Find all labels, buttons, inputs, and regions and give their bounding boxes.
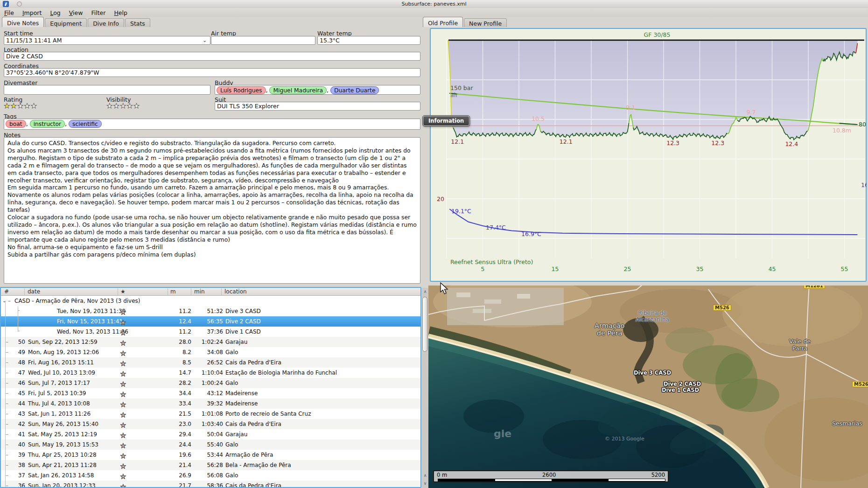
chip-duarte-duarte[interactable]: Duarte Duarte [330,86,379,94]
scroll-up2-icon[interactable]: ∧ [422,472,428,480]
dive-number: 45 [1,390,25,397]
tab-stats[interactable]: Stats [125,18,150,27]
star-icon[interactable]: ★ [120,442,126,449]
collapse-arrow-icon[interactable]: ⌄ [2,298,6,303]
scroll-up-icon[interactable]: ∧ [422,288,428,296]
star-icon[interactable]: ★ [113,102,119,110]
col-header-num[interactable]: # [4,288,9,295]
tab-equipment[interactable]: Equipment [45,18,87,27]
col-header-min[interactable]: min [194,288,205,295]
tab-old-profile[interactable]: Old Profile [423,17,463,27]
dive-row-46[interactable]: –46Sun, Jul 7, 2013 17:17★★★★★28.21:00:2… [1,378,420,388]
buddy-field[interactable]: Luís Rodrigues, Miguel Madureira, Duarte… [215,85,420,95]
visibility-stars[interactable]: ★★★★★ [106,101,140,110]
dive-row-dive-3-casd[interactable]: ├Tue, Nov 19, 2013 11:39★★★★★11.251:32Di… [1,306,420,316]
information-button[interactable]: Information [423,116,469,126]
dive-list-scrollbar[interactable]: ∧ ∧ ∨ [422,288,428,488]
menu-import[interactable]: Import [18,8,46,16]
dive-row-dive-1-casd[interactable]: └Wed, Nov 13, 2013 11:06★★★★★11.237:36Di… [1,327,420,337]
tab-dive-info[interactable]: Dive Info [88,18,124,27]
star-icon[interactable]: ★ [31,102,37,110]
notes-field[interactable]: Aula do curso CASD. Transectos c/video e… [4,137,420,284]
dive-row-47[interactable]: –47Wed, Jul 10, 2013 13:09★★★★★14.71:10:… [1,368,420,378]
chevron-down-icon[interactable]: ⌄ [203,37,207,43]
chip-scientific[interactable]: scientific [69,120,102,128]
water-temp-field[interactable] [317,36,420,45]
star-icon[interactable]: ★ [106,102,113,110]
dive-row-dive-2-casd[interactable]: ├Fri, Nov 15, 2013 11:41★★★★★12.456:35Di… [1,316,420,327]
dive-row-36[interactable]: –36Sun, Jan 20, 2013 12:33★★★★★21.758:36… [1,481,420,488]
dive-row-43[interactable]: –43Sat, Jun 1, 2013 11:26★★★★★21.51:01:0… [1,409,420,419]
star-icon[interactable]: ★ [126,102,133,110]
dive-row-41[interactable]: –41Sat, May 25, 2013 12:19★★★★★29.450:04… [1,429,420,439]
star-icon[interactable]: ★ [120,391,126,398]
dive-row-49[interactable]: –49Mon, Aug 19, 2013 12:06★★★★★8.234:08G… [1,347,420,357]
star-icon[interactable]: ★ [120,411,126,418]
dive-trip-group[interactable]: ⌄–CASD - Armação de Pêra, Nov 2013 (3 di… [1,296,420,306]
col-header-m[interactable]: m [170,288,176,295]
dive-number: 44 [1,400,25,407]
scroll-down-icon[interactable]: ∨ [422,480,428,488]
star-icon[interactable]: ★ [120,381,126,388]
dive-location-map[interactable]: 0 m 2600 5200 Armação de PêraRibeira de … [428,286,868,488]
chip-instructor[interactable]: instructor [30,120,65,128]
svg-text:20: 20 [437,195,444,202]
dive-row-38[interactable]: –38Sun, Apr 21, 2013 11:28★★★★★21.456:28… [1,460,420,470]
star-icon[interactable]: ★ [120,401,126,408]
svg-text:9.1: 9.1 [626,104,636,111]
col-header-stars[interactable]: ★ [120,288,126,295]
star-icon[interactable]: ★ [120,370,126,377]
tab-new-profile[interactable]: New Profile [464,18,507,27]
suit-field[interactable] [215,102,420,111]
star-icon[interactable]: ★ [17,102,24,110]
dive-row-39[interactable]: –39Thu, Apr 25, 2013 10:28★★★★★19.653:44… [1,450,420,460]
star-icon[interactable]: ★ [120,483,126,488]
tags-field[interactable]: boat, instructor, scientific [4,119,420,130]
coordinates-field[interactable] [4,68,420,77]
menu-filter[interactable]: Filter [87,8,110,16]
star-icon[interactable]: ★ [120,329,126,336]
star-icon[interactable]: ★ [133,102,140,110]
dive-row-40[interactable]: –40Sun, May 19, 2013 15:53★★★★★24.455:40… [1,439,420,450]
dive-row-37[interactable]: –37Sat, Jan 26, 2013 14:58★★★★★26.956:08… [1,470,420,481]
dive-row-42[interactable]: –42Sun, May 26, 2013 15:40★★★★★23.01:03:… [1,419,420,429]
star-icon[interactable]: ★ [120,473,126,480]
start-time-combo[interactable] [4,36,210,45]
dive-row-44[interactable]: –44Thu, Jul 4, 2013 10:08★★★★★33.439:32M… [1,398,420,409]
star-icon[interactable]: ★ [24,102,30,110]
dive-number: 46 [1,380,25,386]
scrollbar-thumb[interactable] [422,297,427,352]
chip-luís-rodrigues[interactable]: Luís Rodrigues [217,86,266,94]
chip-miguel-madureira[interactable]: Miguel Madureira [269,86,327,94]
dive-row-45[interactable]: –45Fri, Jul 5, 2013 10:39★★★★★34.443:12M… [1,388,420,398]
divemaster-field[interactable] [4,85,210,95]
menu-view[interactable]: View [65,8,87,16]
col-header-location[interactable]: location [224,288,247,295]
star-icon[interactable]: ★ [4,102,10,110]
star-icon[interactable]: ★ [10,102,17,110]
star-icon[interactable]: ★ [120,463,126,470]
location-field[interactable] [4,52,420,61]
menu-help[interactable]: Help [110,8,132,16]
tree-dash: – [8,298,11,304]
tab-dive-notes[interactable]: Dive Notes [2,17,44,27]
star-icon[interactable]: ★ [120,309,126,316]
star-icon[interactable]: ★ [120,340,126,347]
svg-text:80: 80 [859,121,866,128]
dive-number: 40 [1,441,25,448]
star-icon[interactable]: ★ [120,350,126,357]
star-icon[interactable]: ★ [120,360,126,367]
menu-file[interactable]: File [0,8,18,16]
star-icon[interactable]: ★ [120,432,126,439]
rating-stars[interactable]: ★★★★★ [4,101,37,110]
chip-boat[interactable]: boat [6,120,26,128]
star-icon[interactable]: ★ [120,319,126,326]
col-header-date[interactable]: date [28,288,40,295]
menu-log[interactable]: Log [46,8,64,16]
star-icon[interactable]: ★ [120,102,126,110]
star-icon[interactable]: ★ [120,422,126,429]
dive-row-48[interactable]: –48Fri, Aug 16, 2013 15:11★★★★★8.526:52C… [1,357,420,368]
dive-row-50[interactable]: –50Sun, Sep 22, 2013 12:59★★★★★28.01:02:… [1,337,420,347]
air-temp-field[interactable] [211,36,315,45]
star-icon[interactable]: ★ [120,453,126,460]
